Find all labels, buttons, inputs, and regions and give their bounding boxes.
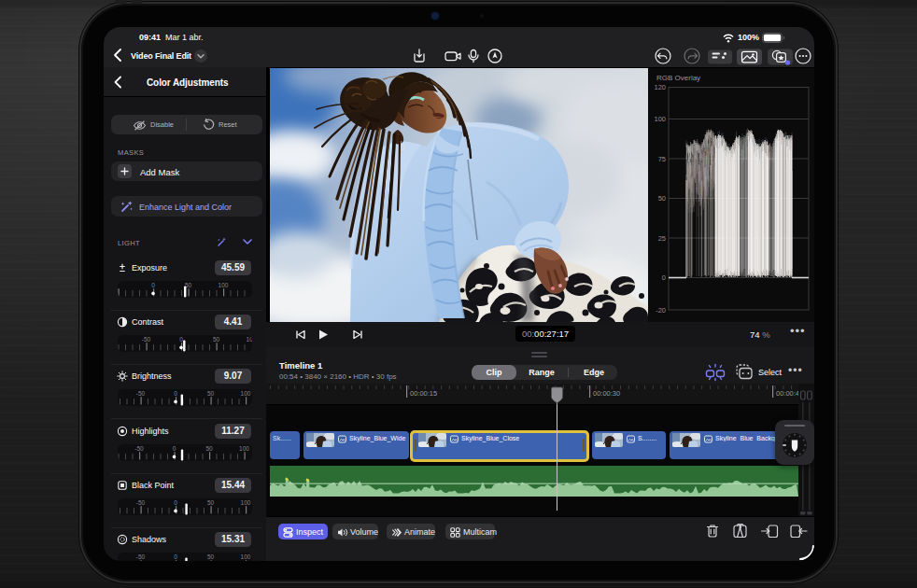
svg-text:RGB Overlay: RGB Overlay (656, 74, 700, 82)
svg-text:0: 0 (179, 336, 183, 343)
svg-text:0: 0 (151, 282, 155, 288)
svg-text:00:00:30: 00:00:30 (593, 389, 620, 398)
svg-text:100: 100 (241, 390, 251, 397)
svg-text:100: 100 (241, 499, 251, 506)
svg-text:0: 0 (174, 390, 177, 397)
svg-text:25: 25 (658, 234, 666, 243)
svg-text:100: 100 (241, 553, 251, 560)
svg-text:120: 120 (654, 83, 666, 91)
svg-text:0: 0 (662, 273, 666, 282)
svg-text:-50: -50 (136, 499, 146, 506)
svg-text:0: 0 (174, 553, 177, 560)
svg-text:-20: -20 (656, 306, 666, 315)
svg-text:100: 100 (654, 115, 666, 123)
svg-text:-50: -50 (142, 336, 151, 343)
svg-text:100: 100 (247, 336, 252, 343)
svg-text:-50: -50 (136, 553, 146, 560)
svg-text:50: 50 (658, 194, 666, 203)
svg-text:100: 100 (239, 445, 249, 452)
svg-text:-50: -50 (136, 390, 146, 397)
svg-text:0: 0 (173, 445, 176, 452)
svg-text:0: 0 (174, 499, 177, 506)
svg-text:-50: -50 (134, 445, 144, 452)
svg-text:50: 50 (205, 445, 213, 452)
svg-text:100: 100 (219, 282, 229, 288)
svg-text:00:00:15: 00:00:15 (410, 389, 437, 398)
svg-text:50: 50 (213, 336, 220, 343)
svg-text:75: 75 (658, 155, 666, 163)
svg-text:50: 50 (207, 499, 215, 506)
svg-text:50: 50 (207, 390, 215, 397)
svg-text:50: 50 (207, 553, 215, 560)
